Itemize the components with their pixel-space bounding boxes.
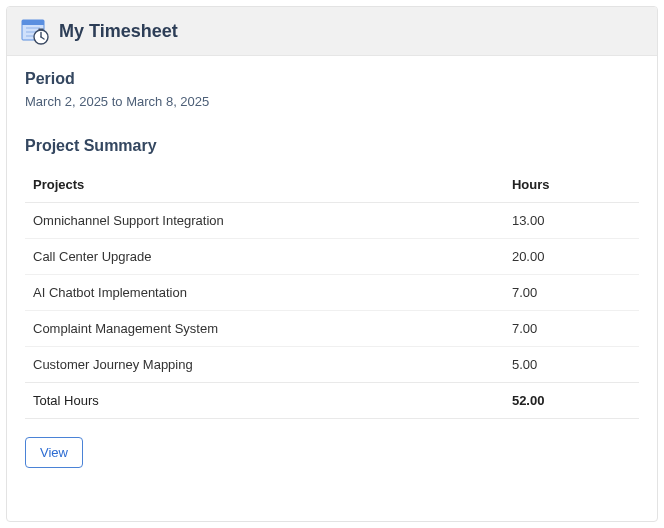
project-name-cell: AI Chatbot Implementation [25,275,504,311]
card-body: Period March 2, 2025 to March 8, 2025 Pr… [7,56,657,521]
total-hours: 52.00 [504,383,639,419]
table-row: Call Center Upgrade 20.00 [25,239,639,275]
svg-rect-1 [22,20,44,25]
timesheet-card: My Timesheet Period March 2, 2025 to Mar… [6,6,658,522]
project-hours-cell: 7.00 [504,275,639,311]
project-name-cell: Call Center Upgrade [25,239,504,275]
table-row: Complaint Management System 7.00 [25,311,639,347]
table-row: Omnichannel Support Integration 13.00 [25,203,639,239]
card-title: My Timesheet [59,21,178,42]
table-row: Customer Journey Mapping 5.00 [25,347,639,383]
period-value: March 2, 2025 to March 8, 2025 [25,94,639,109]
total-label: Total Hours [25,383,504,419]
project-hours-cell: 5.00 [504,347,639,383]
column-header-hours: Hours [504,167,639,203]
project-name-cell: Complaint Management System [25,311,504,347]
view-button[interactable]: View [25,437,83,468]
total-row: Total Hours 52.00 [25,383,639,419]
project-name-cell: Customer Journey Mapping [25,347,504,383]
svg-rect-8 [39,29,44,31]
column-header-projects: Projects [25,167,504,203]
project-hours-cell: 7.00 [504,311,639,347]
period-label: Period [25,70,639,88]
project-hours-cell: 20.00 [504,239,639,275]
table-row: AI Chatbot Implementation 7.00 [25,275,639,311]
card-header: My Timesheet [7,7,657,56]
project-summary-table: Projects Hours Omnichannel Support Integ… [25,167,639,419]
project-name-cell: Omnichannel Support Integration [25,203,504,239]
project-hours-cell: 13.00 [504,203,639,239]
project-summary-heading: Project Summary [25,137,639,155]
timesheet-calendar-clock-icon [21,17,49,45]
